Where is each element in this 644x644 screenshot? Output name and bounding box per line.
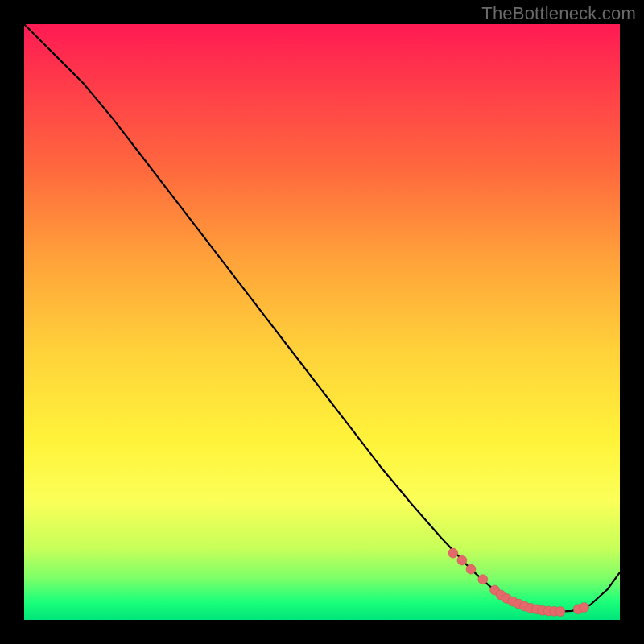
marker-dot	[580, 603, 589, 613]
marker-dot	[457, 555, 467, 565]
marker-dot	[466, 564, 476, 574]
marker-dot	[478, 575, 488, 584]
chart-svg	[24, 24, 620, 620]
marker-dot	[555, 607, 565, 617]
plot-area	[24, 24, 620, 620]
chart-frame: TheBottleneck.com	[0, 0, 644, 644]
highlight-markers	[448, 548, 589, 617]
watermark-text: TheBottleneck.com	[481, 3, 636, 24]
curve-line	[24, 24, 620, 612]
marker-dot	[448, 548, 458, 558]
